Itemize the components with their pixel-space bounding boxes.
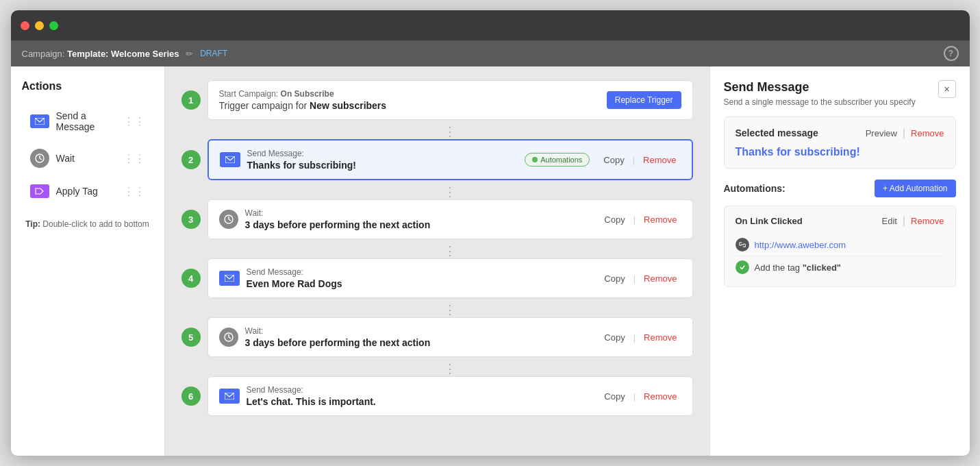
add-automation-button[interactable]: + Add Automation <box>875 180 955 197</box>
step-row-4: 4 Send Message: Even More Rad Dogs <box>181 258 693 298</box>
step-2-remove-button[interactable]: Remove <box>639 154 680 167</box>
step-4-title: Even More Rad Dogs <box>247 278 342 289</box>
step-content-3: Wait: 3 days before performing the next … <box>219 208 601 230</box>
automation-item-tag: Add the tag "clicked" <box>736 256 944 278</box>
link-icon <box>736 238 749 252</box>
step-3-actions: Copy | Remove <box>600 213 681 226</box>
automations-section: Automations: + Add Automation On Link Cl… <box>724 180 956 287</box>
step-row-6: 6 Send Message: Let's chat. This is impo… <box>181 376 693 416</box>
step-6-label: Send Message: <box>247 385 376 395</box>
connector-4-5: ⋮ <box>208 304 693 316</box>
step-number-5: 5 <box>181 328 201 347</box>
minimize-traffic-light[interactable] <box>35 21 44 30</box>
step-content: Send Message: Thanks for subscribing! <box>220 149 525 171</box>
step-4-copy-button[interactable]: Copy <box>600 272 629 285</box>
step-number-6: 6 <box>181 387 201 406</box>
wait-icon-step5 <box>219 328 238 347</box>
step-4-actions: Copy | Remove <box>600 272 681 285</box>
sidebar-item-wait[interactable]: Wait ⋮⋮ <box>22 142 153 175</box>
panel-description: Send a single message to the subscriber … <box>724 97 916 107</box>
step-2-copy-button[interactable]: Copy <box>599 154 628 167</box>
main-content: Actions Send a Message ⋮⋮ Wait ⋮⋮ A <box>11 66 970 456</box>
app-window: Campaign: Template: Welcome Series ✏ DRA… <box>11 10 970 456</box>
automations-label: Automations: <box>724 183 786 194</box>
step-card-message-1[interactable]: Send Message: Thanks for subscribing! Au… <box>208 139 693 180</box>
replace-trigger-button[interactable]: Replace Trigger <box>607 91 681 109</box>
automations-header: Automations: + Add Automation <box>724 180 956 197</box>
step-content-5: Wait: 3 days before performing the next … <box>219 326 601 348</box>
envelope-icon-step2 <box>220 152 240 167</box>
automation-remove-button[interactable]: Remove <box>911 214 944 227</box>
step-card-message-1-header: Send Message: Thanks for subscribing! Au… <box>220 149 681 171</box>
selected-message-title: Selected message <box>736 127 818 138</box>
step-number-2: 2 <box>181 150 201 169</box>
step-number-1: 1 <box>181 90 201 110</box>
step-2-label: Send Message: <box>247 149 356 158</box>
automation-card-header: On Link Clicked Edit | Remove <box>736 214 944 227</box>
wait-label: Wait <box>56 153 123 164</box>
automation-item-link: http://www.aweber.com <box>736 234 944 256</box>
step-5-actions: Copy | Remove <box>600 331 681 344</box>
envelope-icon <box>30 114 49 128</box>
step-5-remove-button[interactable]: Remove <box>640 331 681 344</box>
step-content-4: Send Message: Even More Rad Dogs <box>219 267 601 289</box>
automation-card-actions: Edit | Remove <box>882 214 944 227</box>
automation-dot <box>532 157 538 162</box>
step-number-4: 4 <box>181 269 201 288</box>
envelope-icon-step6 <box>219 389 240 404</box>
wait-icon <box>30 149 49 168</box>
step-row-5: 5 Wait: 3 days before performing the nex… <box>181 317 693 357</box>
step-6-copy-button[interactable]: Copy <box>600 390 629 403</box>
sidebar: Actions Send a Message ⋮⋮ Wait ⋮⋮ A <box>11 66 165 456</box>
step-5-copy-button[interactable]: Copy <box>600 331 629 344</box>
step-card-message-2-header: Send Message: Even More Rad Dogs Copy | … <box>219 267 681 289</box>
header-bar: Campaign: Template: Welcome Series ✏ DRA… <box>11 40 970 66</box>
edit-icon[interactable]: ✏ <box>186 49 193 59</box>
preview-button[interactable]: Preview <box>866 128 897 138</box>
close-traffic-light[interactable] <box>21 21 29 30</box>
step-row-3: 3 Wait: 3 days before performing the nex… <box>181 199 693 239</box>
step-4-remove-button[interactable]: Remove <box>640 272 681 285</box>
automation-card-0: On Link Clicked Edit | Remove http://www… <box>724 206 956 287</box>
drag-handle[interactable]: ⋮⋮ <box>123 185 145 198</box>
step-3-label: Wait: <box>245 208 431 218</box>
help-button[interactable]: ? <box>944 46 959 61</box>
drag-handle[interactable]: ⋮⋮ <box>123 115 145 128</box>
step-card-wait-2-header: Wait: 3 days before performing the next … <box>219 326 681 348</box>
envelope-icon-step4 <box>219 271 240 286</box>
connector-3-4: ⋮ <box>208 245 693 257</box>
step-3-title: 3 days before performing the next action <box>245 219 431 230</box>
step-card-trigger-header: Start Campaign: On Subscribe Trigger cam… <box>219 89 681 111</box>
traffic-lights <box>21 21 58 30</box>
campaign-area: 1 Start Campaign: On Subscribe Trigger c… <box>165 66 709 456</box>
step-6-title: Let's chat. This is important. <box>247 396 376 407</box>
svg-line-11 <box>229 337 231 339</box>
selected-message-actions: Preview | Remove <box>866 127 944 139</box>
panel-title: Send Message <box>724 80 916 95</box>
automations-badge[interactable]: Automations <box>525 153 590 167</box>
sidebar-item-apply-tag[interactable]: Apply Tag ⋮⋮ <box>22 177 153 205</box>
sidebar-tip: Tip: Double-click to add to bottom <box>22 219 153 230</box>
automation-link[interactable]: http://www.aweber.com <box>755 240 846 250</box>
sidebar-item-send-message[interactable]: Send a Message ⋮⋮ <box>22 103 153 139</box>
selected-message-name[interactable]: Thanks for subscribing! <box>736 146 944 158</box>
titlebar <box>11 10 970 40</box>
step-3-remove-button[interactable]: Remove <box>640 213 681 226</box>
connector-2-3: ⋮ <box>208 186 693 198</box>
step-6-actions: Copy | Remove <box>600 390 681 403</box>
panel-close-button[interactable]: × <box>938 80 956 98</box>
drag-handle[interactable]: ⋮⋮ <box>123 152 145 165</box>
step-4-label: Send Message: <box>247 267 342 277</box>
panel-header: Send Message Send a single message to th… <box>724 80 956 107</box>
send-message-label: Send a Message <box>56 110 123 132</box>
step-6-remove-button[interactable]: Remove <box>640 390 681 403</box>
step-card-wait-1[interactable]: Wait: 3 days before performing the next … <box>208 199 693 239</box>
step-card-trigger[interactable]: Start Campaign: On Subscribe Trigger cam… <box>208 80 693 120</box>
step-card-message-2[interactable]: Send Message: Even More Rad Dogs Copy | … <box>208 258 693 298</box>
maximize-traffic-light[interactable] <box>49 21 58 30</box>
step-3-copy-button[interactable]: Copy <box>600 213 629 226</box>
selected-remove-button[interactable]: Remove <box>911 128 944 138</box>
step-card-message-3[interactable]: Send Message: Let's chat. This is import… <box>208 376 693 416</box>
automation-edit-button[interactable]: Edit <box>882 214 897 227</box>
step-card-wait-2[interactable]: Wait: 3 days before performing the next … <box>208 317 693 357</box>
